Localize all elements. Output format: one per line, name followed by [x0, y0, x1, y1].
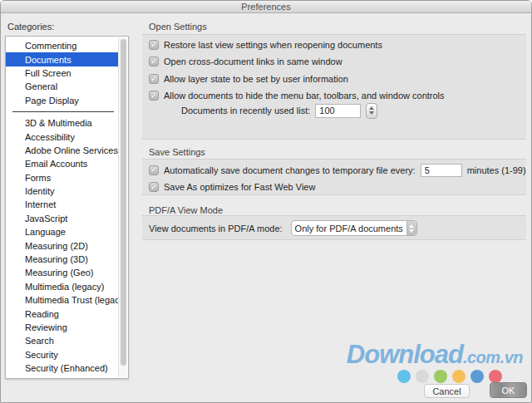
sidebar-item-reading[interactable]: Reading: [6, 307, 119, 320]
fast-web-view-checkbox[interactable]: ✓: [149, 182, 159, 192]
sidebar-item-accessibility[interactable]: Accessibility: [6, 130, 119, 143]
titlebar[interactable]: Preferences: [1, 1, 531, 13]
watermark-suffix: .com.vn: [463, 348, 523, 366]
sidebar-item-forms[interactable]: Forms: [6, 171, 119, 184]
watermark-dot: [470, 370, 484, 383]
watermark-brand: Download: [347, 340, 463, 369]
cancel-button[interactable]: Cancel: [424, 384, 470, 398]
sidebar-item-adobe-online-services[interactable]: Adobe Online Services: [6, 144, 119, 157]
recently-used-label: Documents in recently used list:: [181, 106, 310, 115]
sidebar-item-security-enhanced[interactable]: Security (Enhanced): [6, 361, 119, 375]
check-icon: ✓: [150, 42, 157, 49]
sidebar-divider: [12, 111, 114, 112]
window-title: Preferences: [241, 2, 290, 12]
check-icon: ✓: [150, 76, 157, 83]
watermark-dot: [434, 370, 447, 383]
sidebar-item-3d-multimedia[interactable]: 3D & Multimedia: [6, 116, 119, 130]
save-settings-heading: Save Settings: [149, 147, 205, 157]
watermark-dot: [452, 370, 466, 383]
ok-button[interactable]: OK: [490, 382, 527, 398]
recently-used-input[interactable]: [315, 104, 361, 118]
sidebar-item-javascript[interactable]: JavaScript: [6, 212, 119, 225]
check-icon: ✓: [150, 92, 157, 100]
sidebar-item-general[interactable]: General: [6, 80, 119, 93]
stepper-down-icon: [369, 111, 374, 115]
cross-document-links-checkbox[interactable]: ✓: [149, 57, 159, 66]
check-icon: ✓: [150, 58, 157, 66]
autosave-minutes-input[interactable]: [421, 164, 462, 177]
pdfa-view-mode-section: View documents in PDF/A mode: Only for P…: [142, 215, 526, 240]
sidebar-item-measuring-2d[interactable]: Measuring (2D): [6, 238, 119, 252]
watermark-dot: [489, 370, 502, 383]
restore-last-view-label: Restore last view settings when reopenin…: [164, 40, 382, 50]
categories-label: Categories:: [7, 22, 54, 32]
autosave-label: Automatically save document changes to t…: [164, 165, 416, 175]
sidebar-item-email-accounts[interactable]: Email Accounts: [6, 157, 119, 170]
sidebar-item-language[interactable]: Language: [6, 225, 119, 238]
sidebar-item-measuring-3d[interactable]: Measuring (3D): [6, 253, 119, 266]
categories-list: Commenting Documents Full Screen General…: [6, 37, 119, 378]
autosave-checkbox[interactable]: ✓: [149, 165, 159, 175]
popup-arrows-icon: [406, 221, 416, 235]
sidebar-item-commenting[interactable]: Commenting: [6, 39, 119, 52]
watermark-dots: [397, 370, 502, 383]
sidebar-item-internet[interactable]: Internet: [6, 198, 119, 211]
restore-last-view-checkbox[interactable]: ✓: [149, 40, 159, 50]
hide-menu-bar-label: Allow documents to hide the menu bar, to…: [164, 91, 445, 101]
layer-state-checkbox[interactable]: ✓: [149, 74, 159, 84]
chevron-down-icon: [409, 229, 414, 233]
watermark-dot: [416, 370, 429, 383]
pdfa-view-mode-heading: PDF/A View Mode: [149, 205, 223, 215]
sidebar-item-multimedia-trust-legacy[interactable]: Multimedia Trust (legacy): [6, 293, 119, 307]
scrollbar-thumb[interactable]: [121, 39, 126, 366]
sidebar-item-search[interactable]: Search: [6, 334, 119, 347]
recently-used-stepper[interactable]: [366, 103, 377, 119]
chevron-up-icon: [409, 224, 414, 228]
pdfa-mode-select[interactable]: Only for PDF/A documents: [291, 220, 417, 236]
sidebar-item-security[interactable]: Security: [6, 348, 119, 361]
hide-menu-bar-checkbox[interactable]: ✓: [149, 91, 159, 101]
pdfa-mode-selected-value: Only for PDF/A documents: [292, 224, 406, 233]
open-settings-heading: Open Settings: [149, 22, 207, 32]
preferences-window: Preferences Categories: Commenting Docum…: [0, 0, 532, 403]
sidebar-item-reviewing[interactable]: Reviewing: [6, 321, 119, 334]
cross-document-links-label: Open cross-document links in same window: [164, 57, 342, 66]
downloadcomvn-watermark: Download.com.vn: [347, 340, 523, 370]
categories-scrollbar[interactable]: [118, 37, 127, 377]
save-settings-section: ✓ Automatically save document changes to…: [142, 159, 526, 195]
sidebar-item-multimedia-legacy[interactable]: Multimedia (legacy): [6, 280, 119, 293]
sidebar-item-documents[interactable]: Documents: [6, 52, 119, 66]
fast-web-view-label: Save As optimizes for Fast Web View: [164, 182, 315, 192]
watermark-dot: [397, 370, 411, 383]
layer-state-label: Allow layer state to be set by user info…: [164, 74, 348, 84]
sidebar-item-identity[interactable]: Identity: [6, 184, 119, 198]
sidebar-item-page-display[interactable]: Page Display: [6, 94, 119, 107]
check-icon: ✓: [150, 184, 157, 191]
sidebar-item-measuring-geo[interactable]: Measuring (Geo): [6, 266, 119, 279]
autosave-suffix: minutes (1-99): [467, 165, 526, 175]
sidebar-item-full-screen[interactable]: Full Screen: [6, 66, 119, 80]
open-settings-section: ✓ Restore last view settings when reopen…: [142, 34, 526, 140]
categories-listbox: Commenting Documents Full Screen General…: [5, 36, 129, 379]
stepper-up-icon: [369, 106, 374, 110]
pdfa-mode-label: View documents in PDF/A mode:: [149, 224, 283, 233]
check-icon: ✓: [150, 166, 157, 174]
